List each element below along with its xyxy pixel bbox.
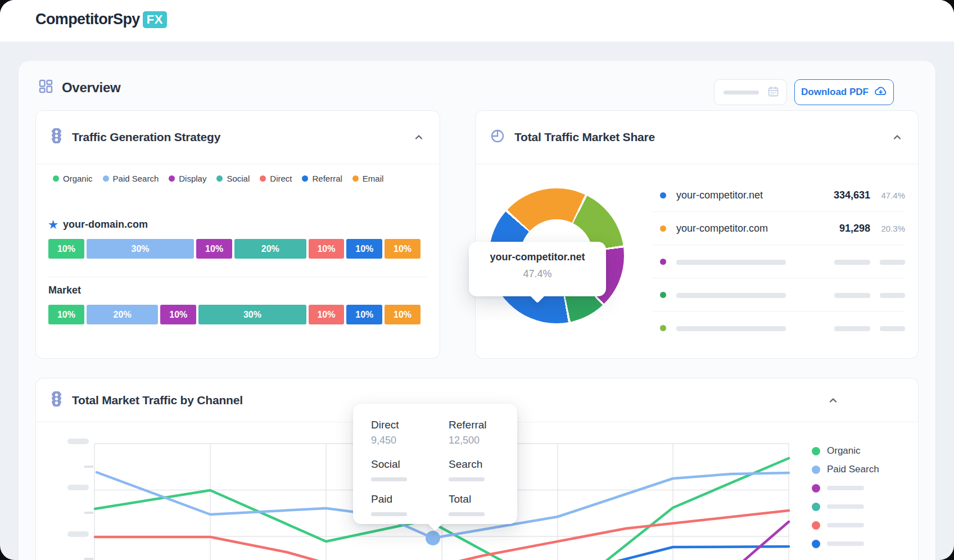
competitor-dot [660,325,666,331]
tooltip-entry-value: 12,500 [449,435,516,446]
tooltip-entry-label: Direct [371,419,449,431]
competitor-row[interactable] [652,278,905,311]
tooltip-entry-search: Search [449,458,516,481]
line-legend-item [812,539,879,548]
download-pdf-label: Download PDF [801,87,869,98]
bar-segment-referral[interactable]: 10% [346,239,382,259]
top-navbar: CompetitorSpy FX [0,0,954,42]
bar-segment-display[interactable]: 10% [160,305,196,324]
line-legend-dot [812,540,820,548]
tooltip-entry-value: 9,450 [371,435,449,446]
tooltip-entry-label: Total [449,493,516,505]
date-placeholder-skeleton [724,91,759,94]
competitor-traffic-value: 91,298 [808,223,870,234]
tooltip-entry-label: Referral [449,419,516,431]
bar-segment-direct[interactable]: 10% [309,305,345,324]
legend-item-paid-search: Paid Search [103,174,159,183]
page-header: Overview [38,79,120,96]
legend-dot [352,175,359,182]
bar-segment-direct[interactable]: 10% [309,239,345,259]
legend-dot [216,175,223,182]
bar-segment-referral[interactable]: 10% [346,305,382,324]
legend-label: Paid Search [113,174,159,183]
value-skeleton [834,293,870,298]
brand-logo[interactable]: CompetitorSpy FX [35,11,167,28]
line-legend-dot [812,521,820,530]
pct-skeleton [880,326,905,331]
bar-segment-paid_search[interactable]: 20% [87,305,159,324]
market-row-label: Market [48,284,81,296]
value-skeleton [834,260,870,265]
traffic-light-icon [51,391,62,410]
competitor-row[interactable] [652,245,905,278]
legend-item-referral: Referral [302,174,342,183]
market-share-title: Total Traffic Market Share [514,130,655,144]
brand-name: CompetitorSpy [35,11,140,28]
line-legend-skeleton [827,523,864,527]
tooltip-entry-label: Search [449,458,516,471]
bar-segment-email[interactable]: 10% [385,305,421,324]
legend-item-organic: Organic [53,174,93,183]
pct-skeleton [880,293,905,298]
tooltip-entry-referral: Referral12,500 [449,419,516,446]
name-skeleton [676,326,786,331]
line-legend-label: Organic [827,445,861,457]
dashboard-grid-icon [38,79,53,96]
donut-tooltip: your-competitor.net 47.4% [469,242,606,296]
star-icon: ★ [48,219,58,230]
page-title: Overview [62,80,120,96]
app-window: CompetitorSpy FX Overview Downl [0,0,954,560]
bar-segment-display[interactable]: 10% [196,239,232,259]
download-pdf-button[interactable]: Download PDF [794,79,894,105]
cloud-download-icon [874,85,887,99]
traffic-strategy-card: Traffic Generation Strategy OrganicPaid … [35,110,440,359]
competitor-dot [660,292,666,298]
tooltip-competitor-pct: 47.4% [469,268,606,280]
tooltip-value-skeleton [371,512,407,516]
competitor-share-pct [870,323,905,333]
collapse-chevron-icon[interactable] [413,131,425,143]
date-range-input[interactable] [714,79,787,105]
line-legend-item [812,484,879,493]
bar-segment-email[interactable]: 10% [385,239,421,259]
competitor-dot [660,259,666,265]
tooltip-entry-total: Total [449,493,516,516]
legend-dot [260,175,266,182]
competitor-traffic-value [808,289,870,301]
tooltip-value-skeleton [449,477,485,481]
legend-dot [169,175,175,182]
competitor-name [676,256,808,268]
legend-label: Display [179,174,206,183]
competitor-traffic-value [808,256,870,268]
bar-segment-paid_search[interactable]: 30% [87,239,194,259]
bar-segment-social[interactable]: 30% [198,305,306,324]
collapse-chevron-icon[interactable] [827,394,839,407]
competitor-dot [660,225,666,232]
name-skeleton [676,293,786,298]
competitor-name [676,289,808,301]
brand-badge: FX [143,11,167,28]
bar-segment-organic[interactable]: 10% [48,305,84,324]
legend-label: Social [227,174,250,183]
collapse-chevron-icon[interactable] [891,131,903,143]
competitor-share-pct [870,290,905,300]
competitor-row[interactable]: your-competitor.com91,29820.3% [652,212,905,245]
line-legend-item-organic: Organic [812,446,879,455]
bar-segment-organic[interactable]: 10% [48,239,84,259]
domain-stacked-bar: 10%30%10%20%10%10%10% [48,239,421,259]
tooltip-competitor-name: your-competitor.net [469,251,606,263]
tooltip-entry-label: Paid [371,493,449,505]
competitor-name [676,322,808,334]
competitor-row[interactable] [652,311,905,345]
line-legend-skeleton [827,504,864,509]
bar-segment-social[interactable]: 20% [234,239,306,259]
line-legend-dot [812,466,820,474]
legend-dot [53,175,59,182]
value-skeleton [834,326,870,331]
competitor-name: your-competitor.com [676,223,808,234]
competitor-row[interactable]: your-competitor.net334,63147.4% [652,179,905,212]
tooltip-entry-paid: Paid [371,493,449,516]
legend-dot [302,175,308,182]
domain-name: your-domain.com [63,219,148,231]
legend-label: Organic [63,174,93,183]
